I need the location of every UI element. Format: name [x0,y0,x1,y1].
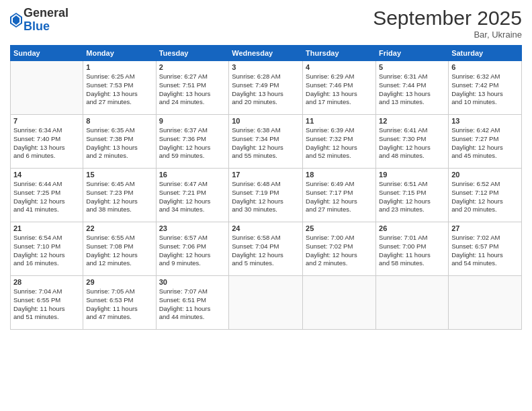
day-info: Sunrise: 6:38 AMSunset: 7:34 PMDaylight:… [232,126,300,161]
day-info: Sunrise: 7:02 AMSunset: 6:57 PMDaylight:… [451,234,519,268]
day-number: 18 [306,171,373,179]
day-info: Sunrise: 6:37 AMSunset: 7:36 PMDaylight:… [159,126,226,161]
main-container: General Blue September 2025 Bar, Ukraine… [0,0,532,336]
day-number: 2 [159,63,226,71]
calendar-cell: 13Sunrise: 6:42 AMSunset: 7:27 PMDayligh… [449,115,522,169]
calendar-cell: 7Sunrise: 6:34 AMSunset: 7:40 PMDaylight… [11,115,83,169]
calendar-cell: 17Sunrise: 6:48 AMSunset: 7:19 PMDayligh… [229,169,303,222]
calendar-cell: 1Sunrise: 6:25 AMSunset: 7:53 PMDaylight… [83,61,156,115]
calendar-cell: 16Sunrise: 6:47 AMSunset: 7:21 PMDayligh… [156,169,229,222]
calendar-cell: 6Sunrise: 6:32 AMSunset: 7:42 PMDaylight… [449,61,522,115]
calendar-cell: 19Sunrise: 6:51 AMSunset: 7:15 PMDayligh… [376,169,449,222]
day-number: 15 [86,171,152,179]
calendar-cell: 5Sunrise: 6:31 AMSunset: 7:44 PMDaylight… [376,61,449,115]
day-number: 5 [379,63,445,71]
day-number: 26 [379,224,445,232]
day-info: Sunrise: 6:54 AMSunset: 7:10 PMDaylight:… [13,234,80,268]
day-info: Sunrise: 6:58 AMSunset: 7:04 PMDaylight:… [232,234,300,268]
month-title: September 2025 [373,7,522,30]
day-number: 27 [451,224,519,232]
day-info: Sunrise: 6:57 AMSunset: 7:06 PMDaylight:… [159,234,226,268]
calendar-cell: 28Sunrise: 7:04 AMSunset: 6:55 PMDayligh… [11,276,83,330]
calendar-cell: 23Sunrise: 6:57 AMSunset: 7:06 PMDayligh… [156,222,229,276]
calendar-cell: 26Sunrise: 7:01 AMSunset: 7:00 PMDayligh… [376,222,449,276]
calendar-cell: 12Sunrise: 6:41 AMSunset: 7:30 PMDayligh… [376,115,449,169]
calendar-cell: 30Sunrise: 7:07 AMSunset: 6:51 PMDayligh… [156,276,229,330]
title-block: September 2025 Bar, Ukraine [373,7,522,40]
day-number: 13 [451,117,519,125]
calendar-cell: 29Sunrise: 7:05 AMSunset: 6:53 PMDayligh… [83,276,156,330]
day-info: Sunrise: 6:35 AMSunset: 7:38 PMDaylight:… [86,126,152,161]
day-info: Sunrise: 6:41 AMSunset: 7:30 PMDaylight:… [379,126,445,161]
week-row-2: 7Sunrise: 6:34 AMSunset: 7:40 PMDaylight… [11,115,522,169]
day-info: Sunrise: 6:51 AMSunset: 7:15 PMDaylight:… [379,180,445,214]
week-row-3: 14Sunrise: 6:44 AMSunset: 7:25 PMDayligh… [11,169,522,222]
calendar-cell: 24Sunrise: 6:58 AMSunset: 7:04 PMDayligh… [229,222,303,276]
calendar-cell: 25Sunrise: 7:00 AMSunset: 7:02 PMDayligh… [303,222,376,276]
col-sunday: Sunday [11,46,83,61]
day-info: Sunrise: 6:47 AMSunset: 7:21 PMDaylight:… [159,180,226,214]
day-number: 3 [232,63,300,71]
calendar-cell: 4Sunrise: 6:29 AMSunset: 7:46 PMDaylight… [303,61,376,115]
calendar-cell: 20Sunrise: 6:52 AMSunset: 7:12 PMDayligh… [449,169,522,222]
calendar-cell: 10Sunrise: 6:38 AMSunset: 7:34 PMDayligh… [229,115,303,169]
day-number: 11 [306,117,373,125]
day-number: 16 [159,171,226,179]
col-thursday: Thursday [303,46,376,61]
header: General Blue September 2025 Bar, Ukraine [10,7,522,40]
day-number: 6 [451,63,519,71]
day-number: 12 [379,117,445,125]
calendar-cell: 18Sunrise: 6:49 AMSunset: 7:17 PMDayligh… [303,169,376,222]
calendar-cell [11,61,83,115]
col-wednesday: Wednesday [229,46,303,61]
calendar-cell [229,276,303,330]
day-info: Sunrise: 7:07 AMSunset: 6:51 PMDaylight:… [159,287,226,322]
day-number: 7 [13,117,80,125]
day-number: 25 [306,224,373,232]
logo-icon [10,13,22,28]
day-number: 1 [86,63,152,71]
day-info: Sunrise: 6:27 AMSunset: 7:51 PMDaylight:… [159,73,226,107]
logo-general: General [24,6,69,19]
calendar-cell: 27Sunrise: 7:02 AMSunset: 6:57 PMDayligh… [449,222,522,276]
calendar-cell: 11Sunrise: 6:39 AMSunset: 7:32 PMDayligh… [303,115,376,169]
logo-text: General Blue [24,7,69,34]
day-info: Sunrise: 6:45 AMSunset: 7:23 PMDaylight:… [86,180,152,214]
day-info: Sunrise: 6:29 AMSunset: 7:46 PMDaylight:… [306,73,373,107]
day-info: Sunrise: 6:44 AMSunset: 7:25 PMDaylight:… [13,180,80,214]
calendar-cell: 8Sunrise: 6:35 AMSunset: 7:38 PMDaylight… [83,115,156,169]
day-number: 14 [13,171,80,179]
week-row-4: 21Sunrise: 6:54 AMSunset: 7:10 PMDayligh… [11,222,522,276]
day-number: 9 [159,117,226,125]
day-number: 30 [159,278,226,286]
week-row-1: 1Sunrise: 6:25 AMSunset: 7:53 PMDaylight… [11,61,522,115]
calendar-header-row: Sunday Monday Tuesday Wednesday Thursday… [11,46,522,61]
day-info: Sunrise: 6:39 AMSunset: 7:32 PMDaylight:… [306,126,373,161]
day-info: Sunrise: 7:04 AMSunset: 6:55 PMDaylight:… [13,287,80,322]
day-info: Sunrise: 6:28 AMSunset: 7:49 PMDaylight:… [232,73,300,107]
calendar-cell: 2Sunrise: 6:27 AMSunset: 7:51 PMDaylight… [156,61,229,115]
day-number: 21 [13,224,80,232]
col-saturday: Saturday [449,46,522,61]
day-number: 28 [13,278,80,286]
calendar-cell: 15Sunrise: 6:45 AMSunset: 7:23 PMDayligh… [83,169,156,222]
day-number: 29 [86,278,152,286]
day-info: Sunrise: 6:25 AMSunset: 7:53 PMDaylight:… [86,73,152,107]
calendar-cell: 3Sunrise: 6:28 AMSunset: 7:49 PMDaylight… [229,61,303,115]
day-number: 19 [379,171,445,179]
day-number: 24 [232,224,300,232]
logo: General Blue [10,7,69,34]
day-info: Sunrise: 7:05 AMSunset: 6:53 PMDaylight:… [86,287,152,322]
calendar-cell [376,276,449,330]
day-info: Sunrise: 6:34 AMSunset: 7:40 PMDaylight:… [13,126,80,161]
logo-blue: Blue [24,19,50,33]
col-friday: Friday [376,46,449,61]
day-number: 8 [86,117,152,125]
calendar-cell: 14Sunrise: 6:44 AMSunset: 7:25 PMDayligh… [11,169,83,222]
day-info: Sunrise: 6:55 AMSunset: 7:08 PMDaylight:… [86,234,152,268]
calendar-cell: 22Sunrise: 6:55 AMSunset: 7:08 PMDayligh… [83,222,156,276]
day-number: 17 [232,171,300,179]
calendar-cell: 9Sunrise: 6:37 AMSunset: 7:36 PMDaylight… [156,115,229,169]
day-info: Sunrise: 7:00 AMSunset: 7:02 PMDaylight:… [306,234,373,268]
day-number: 4 [306,63,373,71]
